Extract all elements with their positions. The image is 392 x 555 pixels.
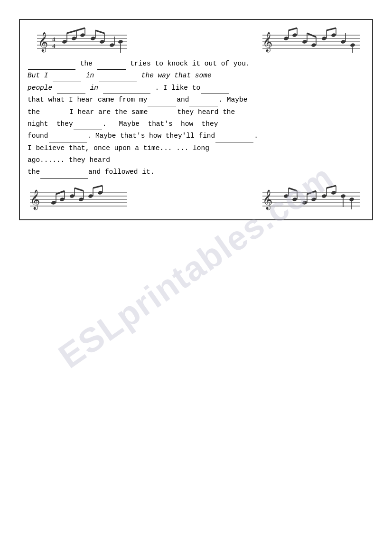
svg-point-55 bbox=[51, 200, 56, 205]
svg-point-57 bbox=[59, 197, 65, 201]
svg-point-35 bbox=[302, 39, 307, 44]
text-section: the tries to knock it out of you. But I … bbox=[28, 58, 364, 179]
blank-14 bbox=[215, 135, 253, 142]
svg-line-44 bbox=[327, 28, 336, 30]
svg-point-10 bbox=[71, 36, 76, 40]
music-snippet-bottom-right: 𝄞 bbox=[260, 183, 364, 212]
text-line-5: theI hear are the samethey heard the bbox=[28, 106, 364, 118]
svg-line-64 bbox=[75, 188, 84, 191]
blank-3 bbox=[53, 75, 81, 82]
svg-text:4: 4 bbox=[52, 36, 56, 43]
blank-2 bbox=[97, 63, 126, 70]
svg-point-22 bbox=[118, 39, 123, 44]
svg-line-34 bbox=[289, 28, 297, 30]
svg-point-30 bbox=[283, 36, 289, 40]
svg-point-42 bbox=[331, 33, 336, 37]
text-line-9: ago...... they heard bbox=[28, 154, 364, 166]
svg-point-60 bbox=[69, 194, 75, 198]
svg-point-93 bbox=[349, 197, 354, 201]
blank-10 bbox=[40, 111, 69, 118]
svg-point-45 bbox=[340, 39, 345, 44]
svg-point-17 bbox=[99, 39, 104, 44]
svg-point-8 bbox=[62, 39, 67, 44]
blank-6 bbox=[103, 87, 150, 94]
top-music-row: 𝄞 4 4 bbox=[28, 26, 364, 54]
text-line-3: people in . I like to bbox=[28, 82, 364, 94]
text-line-2: But I in the way that some bbox=[28, 70, 364, 82]
svg-line-90 bbox=[327, 186, 336, 188]
svg-text:4: 4 bbox=[52, 42, 56, 49]
blank-4 bbox=[99, 75, 137, 82]
blank-9 bbox=[189, 99, 218, 106]
svg-point-37 bbox=[311, 43, 316, 47]
svg-point-81 bbox=[302, 200, 307, 205]
svg-line-19 bbox=[95, 30, 104, 33]
svg-point-62 bbox=[78, 197, 84, 201]
svg-line-69 bbox=[93, 186, 103, 188]
svg-point-40 bbox=[321, 36, 327, 40]
svg-point-15 bbox=[90, 36, 95, 40]
svg-point-76 bbox=[283, 194, 289, 198]
svg-line-14 bbox=[67, 28, 85, 33]
blank-13 bbox=[49, 135, 87, 142]
svg-point-12 bbox=[80, 33, 85, 37]
text-line-6: night they. Maybe that's how they bbox=[28, 118, 364, 130]
svg-point-65 bbox=[88, 194, 93, 198]
text-line-8: I believe that, once upon a time... ... … bbox=[28, 142, 364, 154]
blank-11 bbox=[148, 111, 177, 118]
page: 𝄞 4 4 bbox=[0, 0, 392, 555]
blank-7 bbox=[201, 87, 229, 94]
svg-point-91 bbox=[340, 194, 345, 198]
text-line-10: theand followed it. bbox=[28, 166, 364, 178]
bottom-music-row: 𝄞 bbox=[28, 183, 364, 212]
svg-point-86 bbox=[321, 194, 327, 198]
svg-point-88 bbox=[331, 190, 336, 195]
music-snippet-top-left: 𝄞 4 4 bbox=[28, 26, 132, 54]
svg-point-47 bbox=[350, 43, 355, 47]
blank-5 bbox=[57, 87, 85, 94]
svg-point-78 bbox=[292, 197, 297, 201]
blank-8 bbox=[148, 99, 176, 106]
svg-text:𝄞: 𝄞 bbox=[262, 189, 272, 210]
content-box: 𝄞 4 4 bbox=[19, 19, 373, 220]
music-snippet-top-right: 𝄞 bbox=[260, 26, 364, 54]
text-line-4: that what I hear came from myand. Maybe bbox=[28, 94, 364, 106]
svg-text:𝄞: 𝄞 bbox=[38, 32, 48, 53]
svg-point-67 bbox=[97, 190, 103, 195]
svg-text:𝄞: 𝄞 bbox=[262, 32, 272, 53]
blank-15 bbox=[40, 171, 88, 179]
text-line-7: found. Maybe that's how they'll find. bbox=[28, 130, 364, 142]
svg-point-83 bbox=[311, 197, 316, 201]
text-line-1: the tries to knock it out of you. bbox=[28, 58, 364, 70]
svg-line-80 bbox=[289, 188, 297, 191]
svg-point-32 bbox=[292, 33, 297, 37]
blank-12 bbox=[74, 123, 102, 131]
music-snippet-bottom-left: 𝄞 bbox=[28, 183, 132, 212]
svg-point-20 bbox=[109, 43, 114, 47]
blank-1 bbox=[28, 63, 75, 70]
svg-text:𝄞: 𝄞 bbox=[30, 189, 40, 210]
